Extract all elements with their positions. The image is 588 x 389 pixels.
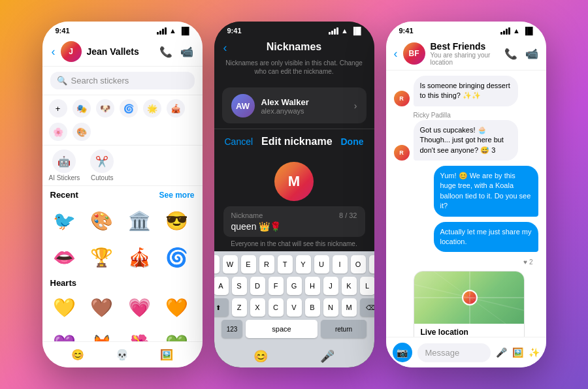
image-icon-chat[interactable]: 🖼️ bbox=[512, 347, 523, 358]
chat-message-input[interactable]: Message bbox=[417, 343, 491, 362]
status-icons-3: ▲ ▐█ bbox=[500, 27, 532, 35]
wifi-icon-1: ▲ bbox=[169, 27, 176, 35]
sticker-word[interactable]: 🎪 bbox=[123, 241, 155, 273]
sticker-trophy[interactable]: 🏆 bbox=[86, 241, 118, 273]
sticker-icon-5[interactable]: 🎪 bbox=[167, 99, 185, 117]
search-stickers-input[interactable]: 🔍 Search stickers bbox=[50, 72, 195, 89]
nickname-item-alex[interactable]: AW Alex Walker alex.anyways › bbox=[222, 87, 367, 123]
emoji-tab[interactable]: 😊 bbox=[71, 349, 84, 361]
nickname-hint: Everyone in the chat will see this nickn… bbox=[223, 240, 365, 247]
done-nickname-btn[interactable]: Done bbox=[340, 136, 363, 147]
video-icon-3[interactable]: 📹 bbox=[525, 48, 538, 60]
back-button-1[interactable]: ‹ bbox=[52, 45, 56, 59]
key-K[interactable]: K bbox=[342, 277, 357, 295]
key-M[interactable]: M bbox=[342, 298, 357, 317]
kb-row-4: 123 space return bbox=[217, 320, 372, 338]
call-icon-3[interactable]: 📞 bbox=[504, 48, 517, 60]
cutouts-category[interactable]: ✂️ Cutouts bbox=[90, 149, 114, 181]
sticker-yup[interactable]: 🐦 bbox=[49, 205, 80, 236]
sticker-icon-6[interactable]: 🌸 bbox=[49, 123, 67, 141]
nick-handle-alex: alex.anyways bbox=[261, 107, 348, 115]
key-J[interactable]: J bbox=[323, 277, 338, 295]
mic-icon-chat[interactable]: 🎤 bbox=[496, 347, 507, 358]
emoji-btn-2[interactable]: 😊 bbox=[253, 349, 268, 364]
reaction-heart: ♥ 2 bbox=[523, 258, 532, 266]
sticker-toolbar: + 🎭 🐶 🌀 🌟 🎪 🌸 🎨 bbox=[42, 95, 203, 146]
kb-row-2: A S D F G H J K L bbox=[217, 277, 372, 295]
sticker-glasses[interactable]: 😎 bbox=[161, 205, 192, 236]
heart-green[interactable]: 💚 bbox=[161, 328, 192, 341]
heart-fox[interactable]: 🦊 bbox=[86, 328, 118, 341]
sticker-swirl[interactable]: 🌀 bbox=[161, 241, 192, 273]
key-R[interactable]: R bbox=[259, 255, 274, 273]
key-W[interactable]: W bbox=[223, 255, 238, 273]
key-P[interactable]: P bbox=[369, 255, 374, 273]
heart-purple[interactable]: 💜 bbox=[49, 328, 80, 341]
key-U[interactable]: U bbox=[314, 255, 329, 273]
sticker-lips[interactable]: 👄 bbox=[49, 241, 80, 273]
heart-flower[interactable]: 🌺 bbox=[123, 328, 155, 341]
nickname-input-label: Nickname bbox=[231, 211, 263, 219]
see-more-btn[interactable]: See more bbox=[159, 191, 194, 200]
sticker-icon-4[interactable]: 🌟 bbox=[143, 99, 161, 117]
key-I[interactable]: I bbox=[333, 255, 348, 273]
add-sticker-btn[interactable]: + bbox=[49, 99, 67, 117]
sticker-icon-2[interactable]: 🐶 bbox=[96, 99, 114, 117]
key-shift[interactable]: ⬆ bbox=[214, 298, 229, 317]
key-O[interactable]: O bbox=[351, 255, 366, 273]
cancel-nickname-btn[interactable]: Cancel bbox=[225, 136, 253, 147]
key-C[interactable]: C bbox=[269, 298, 284, 317]
sticker-icon-chat[interactable]: ✨ bbox=[529, 347, 540, 358]
key-T[interactable]: T bbox=[278, 255, 293, 273]
key-Z[interactable]: Z bbox=[232, 298, 247, 317]
key-F[interactable]: F bbox=[269, 277, 284, 295]
key-H[interactable]: H bbox=[305, 277, 320, 295]
key-123[interactable]: 123 bbox=[221, 320, 242, 338]
sticker-icon-7[interactable]: 🎨 bbox=[73, 123, 91, 141]
key-B[interactable]: B bbox=[305, 298, 320, 317]
skull-tab[interactable]: 💀 bbox=[116, 349, 129, 361]
map-bubble[interactable]: 📍 Live location Lydie Rosales is sharing… bbox=[414, 271, 525, 337]
key-G[interactable]: G bbox=[287, 277, 302, 295]
chat-header-info: Best Friends You are sharing your locati… bbox=[431, 41, 499, 66]
mic-btn-2[interactable]: 🎤 bbox=[320, 349, 335, 364]
key-A[interactable]: A bbox=[214, 277, 229, 295]
phone-nicknames: 9:41 ▲ ▐█ ‹ Nicknames Nicknames are only… bbox=[214, 22, 374, 367]
map-roads-svg bbox=[414, 272, 525, 324]
key-D[interactable]: D bbox=[250, 277, 265, 295]
sticker-icon-3[interactable]: 🌀 bbox=[120, 99, 138, 117]
sticker-building[interactable]: 🏛️ bbox=[123, 205, 155, 236]
back-btn-2[interactable]: ‹ bbox=[223, 41, 243, 55]
key-N[interactable]: N bbox=[323, 298, 338, 317]
key-V[interactable]: V bbox=[287, 298, 302, 317]
key-L[interactable]: L bbox=[360, 277, 374, 295]
msg-row-4: Actually let me just share my location. bbox=[394, 222, 538, 253]
key-Q[interactable]: Q bbox=[214, 255, 220, 273]
heart-yellow[interactable]: 💛 bbox=[49, 292, 80, 323]
phone-chat: 9:41 ▲ ▐█ ‹ BF Best Friends You are shar… bbox=[386, 22, 546, 367]
heart-brown[interactable]: 🤎 bbox=[86, 292, 118, 323]
key-return[interactable]: return bbox=[321, 320, 367, 338]
key-X[interactable]: X bbox=[250, 298, 265, 317]
header-action-icons-1: 📞 📹 bbox=[159, 46, 193, 58]
heart-orange[interactable]: 🧡 bbox=[161, 292, 192, 323]
nickname-list: AW Alex Walker alex.anyways › PS pro sus… bbox=[222, 87, 367, 123]
key-E[interactable]: E bbox=[241, 255, 256, 273]
ai-stickers-category[interactable]: 🤖 AI Stickers bbox=[49, 149, 80, 181]
key-space[interactable]: space bbox=[246, 320, 318, 338]
heart-pink[interactable]: 💗 bbox=[123, 292, 155, 323]
key-S[interactable]: S bbox=[232, 277, 247, 295]
hearts-title: Hearts bbox=[42, 275, 203, 289]
sticker-tab[interactable]: 🖼️ bbox=[160, 349, 173, 361]
call-icon-1[interactable]: 📞 bbox=[159, 46, 172, 58]
key-delete[interactable]: ⌫ bbox=[360, 298, 374, 317]
sticker-icon-1[interactable]: 🎭 bbox=[73, 99, 91, 117]
recent-header: Recent See more bbox=[42, 186, 203, 202]
status-bar-3: 9:41 ▲ ▐█ bbox=[386, 22, 546, 37]
key-Y[interactable]: Y bbox=[296, 255, 311, 273]
sticker-tbh[interactable]: 🎨 bbox=[86, 205, 118, 236]
nickname-input-box[interactable]: Nickname 8 / 32 queen 👑🌹 bbox=[223, 206, 365, 237]
back-btn-3[interactable]: ‹ bbox=[394, 47, 398, 61]
video-icon-1[interactable]: 📹 bbox=[180, 46, 193, 58]
chat-camera-icon[interactable]: 📷 bbox=[393, 343, 412, 362]
